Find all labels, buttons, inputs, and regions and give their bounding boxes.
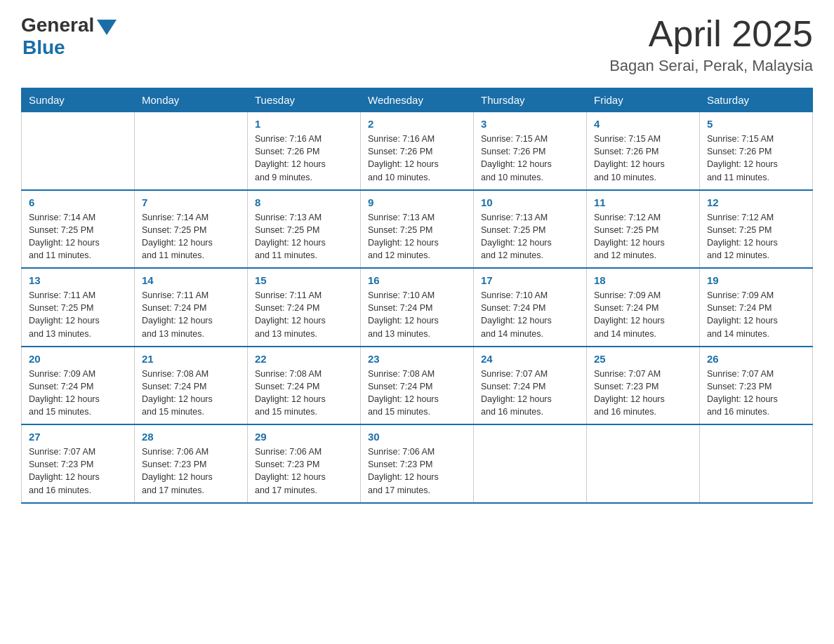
calendar-cell: 24Sunrise: 7:07 AM Sunset: 7:24 PM Dayli… [474, 347, 587, 425]
day-number: 4 [594, 118, 692, 130]
logo-blue-text: Blue [22, 36, 65, 59]
calendar-cell [587, 424, 700, 503]
weekday-header-wednesday: Wednesday [361, 88, 474, 112]
day-number: 24 [481, 353, 579, 365]
day-info: Sunrise: 7:09 AM Sunset: 7:24 PM Dayligh… [29, 368, 127, 419]
logo-triangle-icon [97, 20, 117, 35]
calendar-cell: 17Sunrise: 7:10 AM Sunset: 7:24 PM Dayli… [474, 268, 587, 347]
calendar-cell: 6Sunrise: 7:14 AM Sunset: 7:25 PM Daylig… [22, 190, 135, 269]
calendar-cell [135, 112, 248, 190]
calendar-cell: 8Sunrise: 7:13 AM Sunset: 7:25 PM Daylig… [248, 190, 361, 269]
weekday-header-row: SundayMondayTuesdayWednesdayThursdayFrid… [22, 88, 813, 112]
day-number: 9 [368, 196, 466, 208]
calendar-cell: 14Sunrise: 7:11 AM Sunset: 7:24 PM Dayli… [135, 268, 248, 347]
day-number: 5 [707, 118, 805, 130]
calendar-cell: 25Sunrise: 7:07 AM Sunset: 7:23 PM Dayli… [587, 347, 700, 425]
day-info: Sunrise: 7:11 AM Sunset: 7:24 PM Dayligh… [142, 289, 240, 340]
day-number: 14 [142, 274, 240, 286]
calendar-cell: 7Sunrise: 7:14 AM Sunset: 7:25 PM Daylig… [135, 190, 248, 269]
calendar-header: SundayMondayTuesdayWednesdayThursdayFrid… [22, 88, 813, 112]
calendar-cell: 3Sunrise: 7:15 AM Sunset: 7:26 PM Daylig… [474, 112, 587, 190]
day-info: Sunrise: 7:10 AM Sunset: 7:24 PM Dayligh… [481, 289, 579, 340]
calendar-cell: 5Sunrise: 7:15 AM Sunset: 7:26 PM Daylig… [700, 112, 813, 190]
calendar-cell: 11Sunrise: 7:12 AM Sunset: 7:25 PM Dayli… [587, 190, 700, 269]
calendar-cell: 29Sunrise: 7:06 AM Sunset: 7:23 PM Dayli… [248, 424, 361, 503]
day-number: 21 [142, 353, 240, 365]
calendar-cell: 21Sunrise: 7:08 AM Sunset: 7:24 PM Dayli… [135, 347, 248, 425]
calendar-cell: 19Sunrise: 7:09 AM Sunset: 7:24 PM Dayli… [700, 268, 813, 347]
calendar-week-row: 1Sunrise: 7:16 AM Sunset: 7:26 PM Daylig… [22, 112, 813, 190]
calendar-cell: 1Sunrise: 7:16 AM Sunset: 7:26 PM Daylig… [248, 112, 361, 190]
day-info: Sunrise: 7:07 AM Sunset: 7:24 PM Dayligh… [481, 368, 579, 419]
day-number: 22 [255, 353, 353, 365]
weekday-header-sunday: Sunday [22, 88, 135, 112]
weekday-header-thursday: Thursday [474, 88, 587, 112]
day-info: Sunrise: 7:11 AM Sunset: 7:25 PM Dayligh… [29, 289, 127, 340]
calendar-body: 1Sunrise: 7:16 AM Sunset: 7:26 PM Daylig… [22, 112, 813, 503]
calendar-week-row: 27Sunrise: 7:07 AM Sunset: 7:23 PM Dayli… [22, 424, 813, 503]
day-info: Sunrise: 7:07 AM Sunset: 7:23 PM Dayligh… [29, 445, 127, 497]
calendar-week-row: 20Sunrise: 7:09 AM Sunset: 7:24 PM Dayli… [22, 347, 813, 425]
day-number: 23 [368, 353, 466, 365]
day-number: 17 [481, 274, 579, 286]
calendar-cell: 2Sunrise: 7:16 AM Sunset: 7:26 PM Daylig… [361, 112, 474, 190]
weekday-header-saturday: Saturday [700, 88, 813, 112]
day-info: Sunrise: 7:07 AM Sunset: 7:23 PM Dayligh… [594, 368, 692, 419]
day-number: 16 [368, 274, 466, 286]
calendar-cell [22, 112, 135, 190]
calendar-cell: 22Sunrise: 7:08 AM Sunset: 7:24 PM Dayli… [248, 347, 361, 425]
day-number: 29 [255, 431, 353, 443]
day-number: 7 [142, 196, 240, 208]
calendar-cell: 23Sunrise: 7:08 AM Sunset: 7:24 PM Dayli… [361, 347, 474, 425]
calendar-cell: 9Sunrise: 7:13 AM Sunset: 7:25 PM Daylig… [361, 190, 474, 269]
calendar-cell: 18Sunrise: 7:09 AM Sunset: 7:24 PM Dayli… [587, 268, 700, 347]
title-section: April 2025 Bagan Serai, Perak, Malaysia [609, 14, 813, 75]
day-number: 28 [142, 431, 240, 443]
day-number: 11 [594, 196, 692, 208]
day-number: 27 [29, 431, 127, 443]
location-title: Bagan Serai, Perak, Malaysia [609, 57, 813, 75]
day-info: Sunrise: 7:09 AM Sunset: 7:24 PM Dayligh… [594, 289, 692, 340]
calendar-cell: 30Sunrise: 7:06 AM Sunset: 7:23 PM Dayli… [361, 424, 474, 503]
calendar-cell: 4Sunrise: 7:15 AM Sunset: 7:26 PM Daylig… [587, 112, 700, 190]
day-info: Sunrise: 7:07 AM Sunset: 7:23 PM Dayligh… [707, 368, 805, 419]
calendar-cell: 20Sunrise: 7:09 AM Sunset: 7:24 PM Dayli… [22, 347, 135, 425]
day-number: 18 [594, 274, 692, 286]
logo-general-text: General [21, 14, 94, 36]
calendar-cell: 28Sunrise: 7:06 AM Sunset: 7:23 PM Dayli… [135, 424, 248, 503]
day-info: Sunrise: 7:12 AM Sunset: 7:25 PM Dayligh… [594, 211, 692, 262]
day-info: Sunrise: 7:06 AM Sunset: 7:23 PM Dayligh… [255, 445, 353, 497]
day-info: Sunrise: 7:13 AM Sunset: 7:25 PM Dayligh… [481, 211, 579, 262]
day-info: Sunrise: 7:15 AM Sunset: 7:26 PM Dayligh… [594, 133, 692, 184]
calendar-week-row: 13Sunrise: 7:11 AM Sunset: 7:25 PM Dayli… [22, 268, 813, 347]
calendar-cell: 16Sunrise: 7:10 AM Sunset: 7:24 PM Dayli… [361, 268, 474, 347]
day-info: Sunrise: 7:14 AM Sunset: 7:25 PM Dayligh… [29, 211, 127, 262]
month-title: April 2025 [609, 14, 813, 54]
calendar-cell [474, 424, 587, 503]
day-number: 1 [255, 118, 353, 130]
day-info: Sunrise: 7:11 AM Sunset: 7:24 PM Dayligh… [255, 289, 353, 340]
weekday-header-monday: Monday [135, 88, 248, 112]
calendar-week-row: 6Sunrise: 7:14 AM Sunset: 7:25 PM Daylig… [22, 190, 813, 269]
calendar-cell: 26Sunrise: 7:07 AM Sunset: 7:23 PM Dayli… [700, 347, 813, 425]
day-number: 12 [707, 196, 805, 208]
day-info: Sunrise: 7:14 AM Sunset: 7:25 PM Dayligh… [142, 211, 240, 262]
day-info: Sunrise: 7:08 AM Sunset: 7:24 PM Dayligh… [142, 368, 240, 419]
day-info: Sunrise: 7:08 AM Sunset: 7:24 PM Dayligh… [255, 368, 353, 419]
page-header: General Blue April 2025 Bagan Serai, Per… [21, 14, 813, 75]
calendar-cell: 12Sunrise: 7:12 AM Sunset: 7:25 PM Dayli… [700, 190, 813, 269]
logo: General Blue [21, 14, 117, 59]
day-info: Sunrise: 7:12 AM Sunset: 7:25 PM Dayligh… [707, 211, 805, 262]
day-number: 8 [255, 196, 353, 208]
calendar-cell [700, 424, 813, 503]
day-number: 26 [707, 353, 805, 365]
day-number: 20 [29, 353, 127, 365]
day-info: Sunrise: 7:13 AM Sunset: 7:25 PM Dayligh… [368, 211, 466, 262]
day-number: 15 [255, 274, 353, 286]
day-number: 2 [368, 118, 466, 130]
day-number: 19 [707, 274, 805, 286]
day-info: Sunrise: 7:06 AM Sunset: 7:23 PM Dayligh… [142, 445, 240, 497]
weekday-header-friday: Friday [587, 88, 700, 112]
calendar-cell: 13Sunrise: 7:11 AM Sunset: 7:25 PM Dayli… [22, 268, 135, 347]
day-number: 6 [29, 196, 127, 208]
